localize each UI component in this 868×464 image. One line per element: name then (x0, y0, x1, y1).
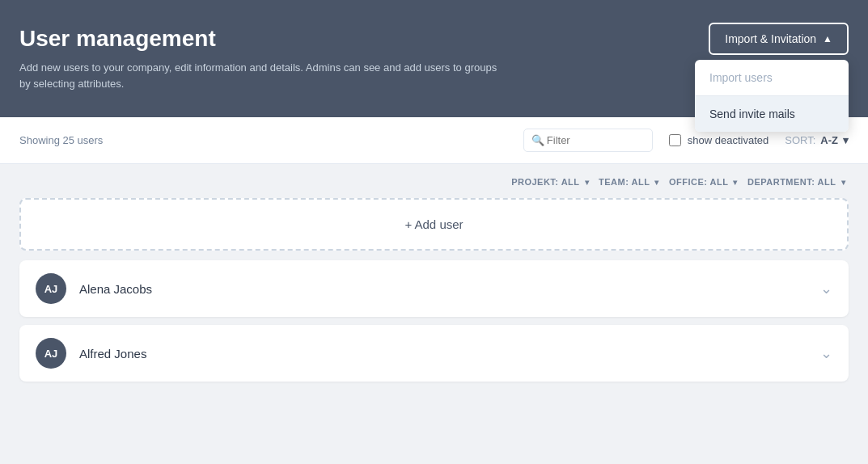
search-icon: 🔍 (531, 134, 544, 146)
showing-label: Showing 25 users (19, 134, 103, 146)
import-invitation-button[interactable]: Import & Invitation ▲ (709, 23, 849, 55)
sort-prefix: SORT: (785, 134, 815, 146)
show-deactivated-checkbox[interactable] (669, 134, 681, 146)
user-list: AJ Alena Jacobs ⌄ AJ Alfred Jones ⌄ (19, 260, 849, 382)
chevron-down-icon: ▾ (733, 178, 738, 187)
filter-office[interactable]: OFFICE: ALL ▾ (669, 177, 738, 187)
filter-department[interactable]: DEPARTMENT: ALL ▾ (747, 177, 845, 187)
filter-projekt[interactable]: PROJEKT: ALL ▾ (511, 177, 589, 187)
expand-icon[interactable]: ⌄ (820, 280, 832, 297)
user-card[interactable]: AJ Alfred Jones ⌄ (19, 325, 849, 382)
page-header: User management Add new users to your co… (0, 0, 868, 117)
toolbar-right: 🔍 show deactivated SORT: A-Z ▾ (523, 129, 849, 152)
filter-team[interactable]: TEAM: ALL ▾ (599, 177, 659, 187)
user-name: Alfred Jones (79, 347, 146, 361)
page-description: Add new users to your company, edit info… (19, 60, 505, 91)
import-users-item[interactable]: Import users (695, 60, 849, 96)
show-deactivated-label: show deactivated (669, 134, 768, 146)
user-name: Alena Jacobs (79, 282, 152, 296)
import-dropdown-menu: Import users Send invite mails (695, 60, 849, 132)
sort-value: A-Z (820, 134, 838, 146)
user-info: AJ Alena Jacobs (36, 273, 152, 304)
send-invite-mails-item[interactable]: Send invite mails (695, 96, 849, 132)
avatar: AJ (36, 273, 66, 304)
avatar: AJ (36, 338, 66, 369)
filters-row: PROJEKT: ALL ▾ TEAM: ALL ▾ OFFICE: ALL ▾… (19, 177, 849, 187)
main-content: PROJEKT: ALL ▾ TEAM: ALL ▾ OFFICE: ALL ▾… (0, 164, 868, 403)
user-info: AJ Alfred Jones (36, 338, 146, 369)
filter-wrapper: 🔍 (523, 129, 653, 152)
add-user-button[interactable]: + Add user (19, 198, 849, 251)
expand-icon[interactable]: ⌄ (820, 344, 832, 362)
user-card[interactable]: AJ Alena Jacobs ⌄ (19, 260, 849, 317)
chevron-up-icon: ▲ (823, 33, 832, 44)
sort-control[interactable]: SORT: A-Z ▾ (785, 134, 849, 146)
chevron-down-icon: ▾ (841, 178, 846, 187)
chevron-down-icon: ▾ (654, 178, 659, 187)
chevron-down-icon: ▾ (585, 178, 590, 187)
import-invitation-label: Import & Invitation (725, 32, 816, 45)
chevron-down-icon: ▾ (843, 134, 849, 146)
add-user-label: + Add user (404, 217, 463, 231)
